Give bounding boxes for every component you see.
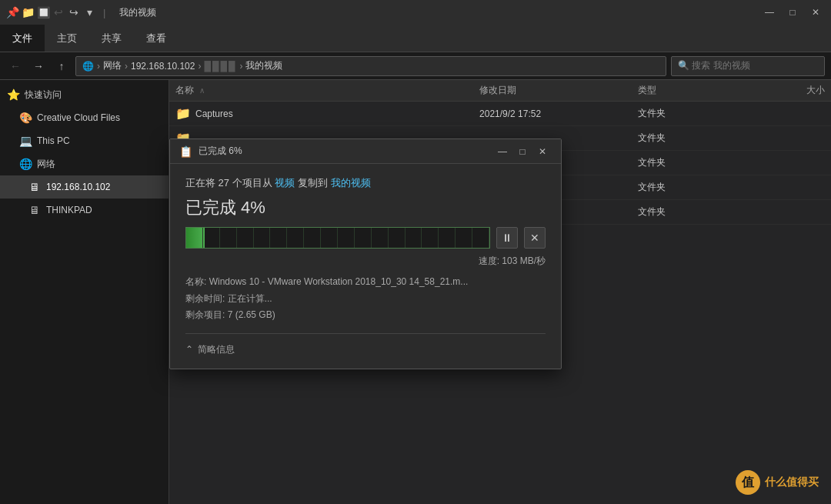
pin-icon: 📌 [6,6,18,18]
file-name-cell: 📁 Captures [169,106,473,121]
title-bar-icons: 📌 📁 🔲 ↩ ↪ ▾ [6,6,95,18]
sidebar-item-creative-cloud[interactable]: 🎨 Creative Cloud Files [0,106,169,129]
maximize-button[interactable]: □ [783,4,802,21]
dialog-copy-icon: 📋 [179,145,192,158]
tab-file[interactable]: 文件 [0,25,45,52]
sidebar-label-this-pc: This PC [37,135,70,146]
host1-icon: 🖥 [28,181,42,193]
dialog-separator [185,333,546,334]
creative-cloud-icon: 🎨 [18,112,32,124]
search-input[interactable]: 🔍 搜索 我的视频 [671,56,825,76]
breadcrumb-host: 192.168.10.102 [131,61,195,72]
sidebar-label-creative-cloud: Creative Cloud Files [37,112,120,123]
progress-bar-row: ⏸ ✕ [185,227,546,249]
dialog-info: 名称: Windows 10 - VMware Workstation 2018… [185,274,546,324]
dialog-description: 正在将 27 个项目从 视频 复制到 我的视频 [185,176,546,190]
file-type: 文件夹 [632,132,741,145]
sidebar-item-host2[interactable]: 🖥 THINKPAD [0,199,169,222]
undo-icon: ↩ [52,6,65,18]
tab-share[interactable]: 共享 [89,25,134,52]
watermark-logo: 值 [736,470,760,495]
source-link[interactable]: 视频 [275,177,295,189]
ribbon: 文件 主页 共享 查看 [0,25,831,52]
sidebar-item-this-pc[interactable]: 💻 This PC [0,129,169,152]
sidebar-item-network[interactable]: 🌐 网络 [0,152,169,175]
dialog-close-button[interactable]: ✕ [533,143,552,160]
breadcrumb-folder: 我的视频 [245,59,282,72]
folder-icon: 📁 [175,106,191,121]
copy-dialog: 📋 已完成 6% — □ ✕ 正在将 27 个项目从 视频 复制到 我的视频 已… [169,139,562,369]
sidebar: ⭐ 快速访问 🎨 Creative Cloud Files 💻 This PC … [0,80,169,504]
network-icon: 🌐 [18,158,32,170]
watermark: 值 什么值得买 [736,470,819,495]
sidebar-label-quick-access: 快速访问 [25,88,62,102]
breadcrumb-network-label: 网络 [103,59,122,72]
close-button[interactable]: ✕ [806,4,825,21]
window-title: 我的视频 [119,6,156,19]
file-type: 文件夹 [632,107,741,120]
breadcrumb-network: 🌐 [82,61,94,72]
speed-label: 速度: 103 MB/秒 [185,255,546,268]
forward-button[interactable]: → [29,57,48,75]
breadcrumb[interactable]: 🌐 › 网络 › 192.168.10.102 › ████ › 我的视频 [75,56,666,76]
pc-icon: 💻 [18,135,32,147]
file-name-row: 名称: Windows 10 - VMware Workstation 2018… [185,274,546,291]
tab-view[interactable]: 查看 [134,25,179,52]
col-header-type[interactable]: 类型 [632,84,741,97]
chevron-up-icon: ⌃ [185,344,193,355]
address-bar: ← → ↑ 🌐 › 网络 › 192.168.10.102 › ████ › 我… [0,52,831,80]
file-list-header: 名称 ∧ 修改日期 类型 大小 [169,80,831,102]
dialog-title: 已完成 6% [199,145,487,158]
dropdown-icon[interactable]: ▾ [83,6,95,18]
file-date: 2021/9/2 17:52 [473,108,632,119]
dialog-control-buttons: ⏸ ✕ [496,227,546,249]
back-button[interactable]: ← [6,57,25,75]
table-row[interactable]: 📁 Captures 2021/9/2 17:52 文件夹 [169,102,831,126]
progress-label: 已完成 4% [185,196,546,219]
col-header-size[interactable]: 大小 [741,84,831,97]
more-info-button[interactable]: ⌃ 简略信息 [185,343,546,356]
col-header-date[interactable]: 修改日期 [473,84,632,97]
cancel-copy-button[interactable]: ✕ [524,227,546,249]
dest-link[interactable]: 我的视频 [331,177,371,189]
breadcrumb-arrow: › [97,61,100,72]
dialog-minimize-button[interactable]: — [493,143,512,160]
progress-bar-grid [186,228,489,248]
sort-caret: ∧ [199,86,205,95]
tab-home[interactable]: 主页 [45,25,89,52]
folder-icon: 📁 [22,6,34,18]
sidebar-item-quick-access[interactable]: ⭐ 快速访问 [0,83,169,106]
sidebar-item-host1[interactable]: 🖥 192.168.10.102 [0,175,169,199]
file-type: 文件夹 [632,205,741,219]
file-type: 文件夹 [632,181,741,194]
pause-button[interactable]: ⏸ [496,227,518,249]
watermark-text: 什么值得买 [765,476,819,489]
sidebar-label-host2: THINKPAD [46,205,92,215]
breadcrumb-redacted: ████ [204,61,236,72]
minimize-button[interactable]: — [760,4,779,21]
host2-icon: 🖥 [28,204,42,216]
dialog-restore-button[interactable]: □ [513,143,532,160]
sidebar-label-host1: 192.168.10.102 [46,182,110,192]
up-button[interactable]: ↑ [52,57,71,75]
time-remaining-row: 剩余时间: 正在计算... [185,291,546,308]
dialog-body: 正在将 27 个项目从 视频 复制到 我的视频 已完成 4% [170,164,561,369]
window-icon: 🔲 [37,6,49,18]
file-type: 文件夹 [632,156,741,169]
dialog-title-bar: 📋 已完成 6% — □ ✕ [170,139,561,164]
progress-bar-container [185,227,490,249]
col-header-name[interactable]: 名称 ∧ [169,84,473,97]
sidebar-label-network: 网络 [37,158,55,171]
title-bar: 📌 📁 🔲 ↩ ↪ ▾ | 我的视频 — □ ✕ [0,0,831,25]
star-icon: ⭐ [6,88,20,101]
items-remaining-row: 剩余项目: 7 (2.65 GB) [185,307,546,324]
redo-icon: ↪ [68,6,80,18]
dialog-window-controls: — □ ✕ [493,143,552,160]
